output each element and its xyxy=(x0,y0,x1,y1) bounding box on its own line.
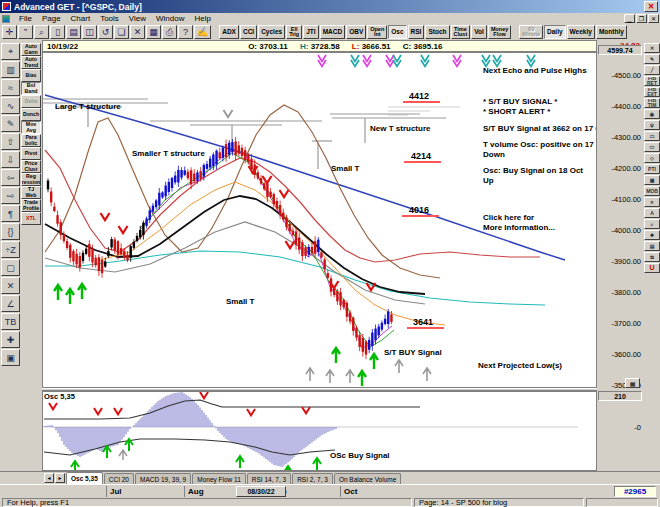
search-button[interactable]: ⌕ xyxy=(34,25,49,39)
rectangle-icon[interactable]: ▭ xyxy=(644,131,660,141)
child-close-button[interactable]: ✕ xyxy=(648,14,659,23)
more-info-link[interactable]: Click here for xyxy=(483,213,534,222)
study-mov-avg-button[interactable]: MovAvg xyxy=(21,121,41,134)
study-open-int-button[interactable]: OpenInt xyxy=(367,25,387,39)
snap-tool-button[interactable]: ⌖ xyxy=(1,43,20,60)
shape-tool-button[interactable]: ▢ xyxy=(1,259,20,276)
tab-rsi-14-7-3[interactable]: RSI 14, 7, 3 xyxy=(247,473,291,484)
quote-button[interactable]: ” xyxy=(18,25,33,39)
pti-button[interactable]: PTI xyxy=(644,164,660,174)
study-obv-button[interactable]: OBV xyxy=(346,25,366,39)
tab-osc-5-35[interactable]: Osc 5,35 xyxy=(66,472,103,484)
gann-fan-icon[interactable]: ◉ xyxy=(644,109,660,119)
gann-tool-button[interactable]: ▥ xyxy=(1,61,20,78)
study-osc-button[interactable]: Osc xyxy=(388,25,406,39)
study-trade-profile-button[interactable]: TradeProfile xyxy=(21,199,41,212)
arrow-left-button[interactable]: ⇦ xyxy=(1,169,20,186)
period-weekly-button[interactable]: Weekly xyxy=(567,25,595,39)
menu-view[interactable]: View xyxy=(124,14,151,23)
more-info-link[interactable]: More Information... xyxy=(483,223,555,232)
text-label-icon[interactable]: A xyxy=(644,208,660,218)
magnifier-icon[interactable]: ⌕ xyxy=(644,219,660,229)
close-button[interactable]: ✕ xyxy=(644,1,658,12)
price-chart[interactable]: Large T structureSmaller T structureNew … xyxy=(43,53,596,387)
study-delta-button[interactable]: Delta xyxy=(21,95,41,108)
period-monthly-button[interactable]: Monthly xyxy=(596,25,627,39)
price-pane[interactable]: Large T structureSmaller T structureNew … xyxy=(42,52,597,388)
elliott-wave-button[interactable]: ∿ xyxy=(1,97,20,114)
tab-tool-button[interactable]: TB xyxy=(1,313,20,330)
stamp-tool-button[interactable]: ▣ xyxy=(1,349,20,366)
bracket-tool-button[interactable]: {} xyxy=(1,223,20,240)
grid-icon[interactable]: ▤ xyxy=(644,241,660,251)
text-tool-button[interactable]: ¶ xyxy=(1,205,20,222)
study-reg-ression-button[interactable]: Regression xyxy=(21,173,41,186)
crosshair-tool-button[interactable]: ✚ xyxy=(1,331,20,348)
print-button[interactable]: ⎙ xyxy=(162,25,177,39)
zoom-chart-icon[interactable]: ⌗ xyxy=(644,197,660,207)
fib-extension-button[interactable]: FIBEXT xyxy=(644,87,660,97)
mob-button[interactable]: MOB xyxy=(644,186,660,196)
chart-page-button[interactable]: ▦ xyxy=(146,25,161,39)
menu-chart[interactable]: Chart xyxy=(66,14,96,23)
context-help-button[interactable]: ✍ xyxy=(194,25,211,39)
undo-button[interactable]: U xyxy=(644,263,660,273)
study-xtl-button[interactable]: XTL xyxy=(21,212,41,225)
pencil-icon[interactable]: ✎ xyxy=(644,54,660,64)
study-stoch-button[interactable]: Stoch xyxy=(425,25,449,39)
palette-icon[interactable]: ❖ xyxy=(644,230,660,240)
wave-icon[interactable]: ◇ xyxy=(644,153,660,163)
study-jti-button[interactable]: JTI xyxy=(303,25,318,39)
study-tj-web-button[interactable]: TJWeb xyxy=(21,186,41,199)
study-price-clust-button[interactable]: PriceClust xyxy=(21,160,41,173)
lines-tool-button[interactable]: ✕ xyxy=(1,277,20,294)
study-bol-band-button[interactable]: BolBand xyxy=(21,82,41,95)
angles-tool-button[interactable]: ∠ xyxy=(1,295,20,312)
menu-help[interactable]: Help xyxy=(189,14,215,23)
help-button[interactable]: ? xyxy=(178,25,193,39)
tab-on-balance-volume[interactable]: On Balance Volume xyxy=(334,473,401,484)
menu-tools[interactable]: Tools xyxy=(95,14,124,23)
fib-retrace-button[interactable]: FIBRET xyxy=(644,76,660,86)
arrow-down-button[interactable]: ⇩ xyxy=(1,151,20,168)
study-donch-button[interactable]: Donch xyxy=(21,108,41,121)
trendline-icon[interactable]: ╱ xyxy=(644,65,660,75)
save-button[interactable]: ◫ xyxy=(82,25,97,39)
price-axis[interactable]: 4599.74 -4500.00-4400.00-4300.00-4200.00… xyxy=(597,52,644,471)
gann-box-icon[interactable]: ▦ xyxy=(644,175,660,185)
ellipse-icon[interactable]: ⬭ xyxy=(644,142,660,152)
study-auto-gann-button[interactable]: AutoGann xyxy=(21,43,41,56)
study-adx-button[interactable]: ADX xyxy=(219,25,239,39)
study-bias-button[interactable]: Bias xyxy=(21,69,41,82)
study-ell-trig-button[interactable]: EllTrig xyxy=(286,25,302,39)
study-cycles-button[interactable]: Cycles xyxy=(258,25,285,39)
tab-money-flow-11[interactable]: Money Flow 11 xyxy=(192,473,246,484)
study-para-bolic-button[interactable]: Parabolic xyxy=(21,134,41,147)
oscillator-chart[interactable]: Osc 5,35OSc Buy Signal xyxy=(43,392,596,470)
study-cci-button[interactable]: CCI xyxy=(240,25,257,39)
tab-rsi-2-7-3[interactable]: RSI 2, 7, 3 xyxy=(292,473,333,484)
pitchfork-icon[interactable]: ψ xyxy=(644,120,660,130)
fib-time-button[interactable]: FIBTIM xyxy=(644,98,660,108)
tab-macd-19-39-9[interactable]: MACD 19, 39, 9 xyxy=(135,473,191,484)
study-rsi-button[interactable]: RSI xyxy=(408,25,425,39)
axis-calendar-button[interactable]: ▦ xyxy=(625,378,640,388)
draw-pencil-button[interactable]: ✎ xyxy=(1,115,20,132)
oscillator-pane[interactable]: Osc 5,35OSc Buy Signal xyxy=(42,391,597,471)
menu-window[interactable]: Window xyxy=(151,14,189,23)
sort-tool-button[interactable]: ÷Z xyxy=(1,241,20,258)
period-60-minute-button[interactable]: 60Minute xyxy=(519,25,543,39)
close-drawing-icon[interactable]: ✕ xyxy=(644,43,660,53)
open-button[interactable]: ▤ xyxy=(66,25,81,39)
menu-file[interactable]: File xyxy=(14,14,37,23)
pointer-button[interactable]: ✛ xyxy=(2,25,17,39)
study-money-flow-button[interactable]: MoneyFlow xyxy=(488,25,511,39)
child-restore-button[interactable]: ❐ xyxy=(636,14,647,23)
arrow-right-button[interactable]: ⇨ xyxy=(1,187,20,204)
refresh-button[interactable]: ↺ xyxy=(98,25,113,39)
delete-button[interactable]: ✕ xyxy=(130,25,145,39)
study-auto-trend-button[interactable]: AutoTrend xyxy=(21,56,41,69)
study-macd-button[interactable]: MACD xyxy=(320,25,346,39)
tab-cci-20[interactable]: CCI 20 xyxy=(104,473,134,484)
menu-page[interactable]: Page xyxy=(37,14,66,23)
